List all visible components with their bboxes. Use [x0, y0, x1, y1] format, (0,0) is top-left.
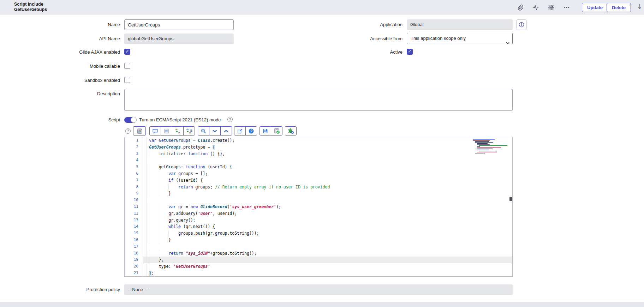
code-line[interactable]: 11var gr = new GlideRecord('sys_user_grm… [125, 204, 512, 210]
personalize-form-icon[interactable] [547, 4, 555, 11]
record-name-title: GetUserGroups [14, 7, 47, 12]
comment-icon[interactable] [149, 126, 161, 136]
line-number: 9 [125, 190, 143, 197]
line-number: 18 [125, 250, 143, 257]
mobile-callable-checkbox[interactable] [124, 63, 130, 69]
active-label: Active [286, 49, 402, 55]
glide-ajax-checkbox[interactable] [124, 49, 130, 55]
editor-scrollbar-thumb[interactable] [509, 197, 512, 201]
code-line[interactable]: 3initialize: function () {}, [125, 151, 512, 157]
accessible-from-label: Accessible from [286, 36, 402, 41]
code-line[interactable]: 13gr.query(); [125, 217, 512, 224]
code-line[interactable]: 17 [125, 243, 512, 250]
code-line[interactable]: 10 [125, 197, 512, 204]
line-number: 16 [125, 237, 143, 243]
code-line[interactable]: 21}; [125, 270, 512, 277]
delete-button[interactable]: Delete [607, 3, 631, 12]
code-line[interactable]: 9} [125, 190, 512, 197]
code-line[interactable]: 14while (gr.next()) { [125, 223, 512, 230]
script-label: Script [4, 117, 120, 122]
save-icon[interactable] [260, 126, 271, 136]
line-number: 5 [125, 164, 143, 170]
find-next-icon[interactable] [209, 126, 221, 136]
line-number: 19 [125, 257, 143, 263]
record-type-title: Script Include [14, 2, 47, 7]
api-name-field: global.GetUserGroups [124, 34, 234, 44]
es-mode-help-icon[interactable]: ? [227, 117, 233, 122]
more-options-icon[interactable] [563, 4, 571, 11]
header-bar: Script Include GetUserGroups Update D [0, 0, 644, 14]
page-title: Script Include GetUserGroups [14, 2, 47, 12]
active-checkbox[interactable] [407, 49, 413, 55]
toggle-knob [131, 117, 137, 123]
code-lines: 1var GetUserGroups = Class.create();2Get… [125, 137, 512, 277]
scroll-up-icon[interactable]: ↑ [628, 2, 633, 10]
search-icon[interactable] [198, 126, 209, 136]
code-line[interactable]: 19}, [125, 257, 512, 263]
description-label: Description [4, 91, 120, 96]
line-number: 20 [125, 263, 143, 270]
accessible-from-value: This application scope only [411, 36, 466, 41]
line-number: 12 [125, 210, 143, 217]
sandbox-enabled-checkbox[interactable] [124, 77, 130, 83]
svg-text:?: ? [250, 129, 252, 133]
code-line[interactable]: 16} [125, 237, 512, 243]
code-line[interactable]: 5getGroups: function (userId) { [125, 164, 512, 170]
code-line[interactable]: 20type: 'GetUserGroups' [125, 263, 512, 270]
sandbox-enabled-label: Sandbox enabled [4, 78, 120, 83]
line-number: 2 [125, 144, 143, 151]
script-include-form: Script Include GetUserGroups Update D [0, 0, 644, 307]
update-button[interactable]: Update [582, 3, 608, 12]
line-number: 3 [125, 151, 143, 157]
code-minimap [473, 139, 508, 154]
code-line[interactable]: 8return groups; // Return empty array if… [125, 184, 512, 191]
code-line[interactable]: 6var groups = []; [125, 170, 512, 177]
line-number: 13 [125, 217, 143, 224]
editor-help-icon[interactable]: ? [125, 128, 131, 134]
es-mode-toggle[interactable] [124, 117, 136, 123]
line-number: 10 [125, 197, 143, 204]
code-line[interactable]: 2GetUserGroups.prototype = { [125, 144, 512, 151]
code-line[interactable]: 12gr.addQuery('user', userId); [125, 210, 512, 217]
name-input[interactable] [124, 19, 234, 30]
code-line[interactable]: 15groups.push(gr.group.toString()); [125, 230, 512, 237]
find-previous-icon[interactable] [220, 126, 232, 136]
debug-icon[interactable] [285, 126, 297, 136]
syntax-scroll-icon[interactable] [133, 126, 146, 136]
protection-policy-field: -- None -- [124, 284, 513, 295]
script-editor[interactable]: 1var GetUserGroups = Class.create();2Get… [124, 137, 513, 277]
glide-ajax-label: Glide AJAX enabled [4, 49, 120, 55]
open-new-window-icon[interactable] [234, 126, 246, 136]
svg-text:ab: ab [186, 128, 189, 131]
line-number: 4 [125, 157, 143, 164]
code-line[interactable]: 1var GetUserGroups = Class.create(); [125, 137, 512, 144]
application-info-icon[interactable] [516, 19, 527, 30]
replace-icon[interactable]: abac [172, 126, 184, 136]
name-label: Name [4, 22, 120, 27]
line-number: 1 [125, 137, 143, 144]
code-line[interactable]: 7if (!userId) { [125, 177, 512, 184]
line-number: 14 [125, 223, 143, 230]
replace-all-icon[interactable]: abac [183, 126, 195, 136]
syntax-check-icon[interactable] [271, 126, 282, 136]
protection-policy-label: Protection policy [4, 287, 120, 292]
scroll-down-icon[interactable]: ↓ [637, 2, 643, 10]
header-actions [516, 0, 571, 14]
line-number: 6 [125, 170, 143, 177]
chevron-down-icon [506, 38, 509, 48]
description-textarea[interactable] [124, 89, 513, 111]
code-line[interactable]: 18return "sys_idIN"+groups.toString(); [125, 250, 512, 257]
accessible-from-select[interactable]: This application scope only [407, 33, 513, 44]
line-number: 11 [125, 204, 143, 210]
code-line[interactable]: 4 [125, 157, 512, 164]
es-mode-label: Turn on ECMAScript 2021 (ES12) mode [139, 117, 221, 122]
attachment-icon[interactable] [516, 4, 524, 11]
line-number: 21 [125, 270, 143, 277]
svg-text:ab: ab [175, 128, 178, 131]
footer-strip [0, 302, 644, 307]
help-docs-icon[interactable]: ? [245, 126, 257, 136]
api-name-label: API Name [4, 36, 120, 41]
format-code-icon[interactable] [161, 126, 172, 136]
activity-stream-icon[interactable] [532, 4, 539, 11]
application-field: Global [407, 19, 513, 30]
